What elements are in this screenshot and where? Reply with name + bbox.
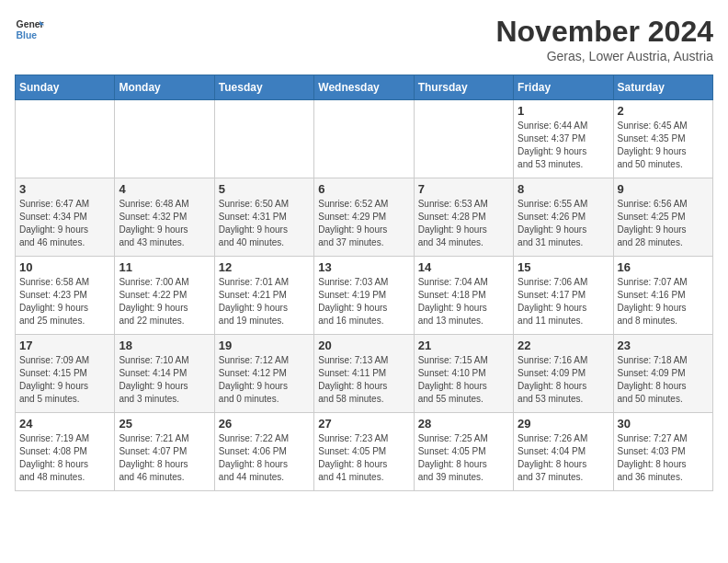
day-info: Sunrise: 6:44 AM Sunset: 4:37 PM Dayligh…: [518, 120, 609, 171]
calendar-cell: [214, 100, 313, 178]
weekday-row: SundayMondayTuesdayWednesdayThursdayFrid…: [16, 75, 713, 100]
weekday-header: Monday: [115, 75, 214, 100]
day-number: 15: [518, 260, 609, 274]
logo: General Blue General Blue: [15, 15, 44, 44]
calendar-cell: 16Sunrise: 7:07 AM Sunset: 4:16 PM Dayli…: [613, 257, 712, 335]
calendar-cell: 2Sunrise: 6:45 AM Sunset: 4:35 PM Daylig…: [613, 100, 712, 178]
day-number: 29: [518, 417, 609, 431]
day-number: 16: [618, 260, 709, 274]
day-info: Sunrise: 6:58 AM Sunset: 4:23 PM Dayligh…: [19, 276, 110, 327]
calendar-cell: 7Sunrise: 6:53 AM Sunset: 4:28 PM Daylig…: [414, 178, 513, 257]
day-info: Sunrise: 6:45 AM Sunset: 4:35 PM Dayligh…: [618, 120, 709, 171]
calendar-cell: 17Sunrise: 7:09 AM Sunset: 4:15 PM Dayli…: [16, 335, 115, 413]
day-number: 21: [418, 339, 509, 352]
day-info: Sunrise: 7:21 AM Sunset: 4:07 PM Dayligh…: [119, 432, 210, 484]
calendar-cell: 3Sunrise: 6:47 AM Sunset: 4:34 PM Daylig…: [16, 178, 115, 257]
day-number: 25: [119, 417, 210, 431]
calendar-cell: 14Sunrise: 7:04 AM Sunset: 4:18 PM Dayli…: [414, 257, 513, 335]
calendar-cell: 22Sunrise: 7:16 AM Sunset: 4:09 PM Dayli…: [514, 335, 613, 413]
day-number: 10: [19, 260, 110, 274]
month-title: November 2024: [495, 15, 713, 49]
calendar-cell: [16, 100, 115, 178]
calendar-cell: 20Sunrise: 7:13 AM Sunset: 4:11 PM Dayli…: [314, 335, 414, 413]
day-number: 23: [618, 339, 709, 352]
location-title: Geras, Lower Austria, Austria: [495, 49, 713, 63]
calendar-cell: 25Sunrise: 7:21 AM Sunset: 4:07 PM Dayli…: [115, 413, 214, 491]
day-number: 6: [318, 182, 409, 196]
weekday-header: Wednesday: [314, 75, 414, 100]
day-info: Sunrise: 6:53 AM Sunset: 4:28 PM Dayligh…: [418, 198, 509, 249]
day-info: Sunrise: 7:16 AM Sunset: 4:09 PM Dayligh…: [518, 354, 609, 406]
calendar-week-row: 24Sunrise: 7:19 AM Sunset: 4:08 PM Dayli…: [16, 413, 713, 491]
calendar-cell: 6Sunrise: 6:52 AM Sunset: 4:29 PM Daylig…: [314, 178, 414, 257]
day-number: 3: [19, 182, 110, 196]
day-number: 24: [19, 417, 110, 431]
svg-text:Blue: Blue: [17, 30, 38, 40]
calendar-cell: 15Sunrise: 7:06 AM Sunset: 4:17 PM Dayli…: [514, 257, 613, 335]
day-info: Sunrise: 7:06 AM Sunset: 4:17 PM Dayligh…: [518, 276, 609, 327]
day-number: 27: [318, 417, 409, 431]
day-info: Sunrise: 6:52 AM Sunset: 4:29 PM Dayligh…: [318, 198, 409, 249]
calendar-week-row: 1Sunrise: 6:44 AM Sunset: 4:37 PM Daylig…: [16, 100, 713, 178]
calendar-table: SundayMondayTuesdayWednesdayThursdayFrid…: [15, 75, 713, 491]
day-info: Sunrise: 7:09 AM Sunset: 4:15 PM Dayligh…: [19, 354, 110, 406]
calendar-cell: 21Sunrise: 7:15 AM Sunset: 4:10 PM Dayli…: [414, 335, 513, 413]
day-number: 9: [618, 182, 709, 196]
day-number: 18: [119, 339, 210, 352]
day-number: 8: [518, 182, 609, 196]
logo-icon: General Blue: [15, 15, 44, 44]
weekday-header: Sunday: [16, 75, 115, 100]
calendar-cell: 18Sunrise: 7:10 AM Sunset: 4:14 PM Dayli…: [115, 335, 214, 413]
calendar-cell: 4Sunrise: 6:48 AM Sunset: 4:32 PM Daylig…: [115, 178, 214, 257]
calendar-cell: 27Sunrise: 7:23 AM Sunset: 4:05 PM Dayli…: [314, 413, 414, 491]
day-info: Sunrise: 7:15 AM Sunset: 4:10 PM Dayligh…: [418, 354, 509, 406]
day-number: 4: [119, 182, 210, 196]
day-number: 28: [418, 417, 509, 431]
day-number: 26: [219, 417, 310, 431]
calendar-cell: 30Sunrise: 7:27 AM Sunset: 4:03 PM Dayli…: [613, 413, 712, 491]
day-number: 17: [19, 339, 110, 352]
weekday-header: Saturday: [613, 75, 712, 100]
calendar-cell: 13Sunrise: 7:03 AM Sunset: 4:19 PM Dayli…: [314, 257, 414, 335]
day-info: Sunrise: 7:00 AM Sunset: 4:22 PM Dayligh…: [119, 276, 210, 327]
day-info: Sunrise: 7:12 AM Sunset: 4:12 PM Dayligh…: [219, 354, 310, 406]
day-info: Sunrise: 7:07 AM Sunset: 4:16 PM Dayligh…: [618, 276, 709, 327]
day-info: Sunrise: 6:48 AM Sunset: 4:32 PM Dayligh…: [119, 198, 210, 249]
day-info: Sunrise: 7:25 AM Sunset: 4:05 PM Dayligh…: [418, 432, 509, 484]
day-info: Sunrise: 7:10 AM Sunset: 4:14 PM Dayligh…: [119, 354, 210, 406]
calendar-week-row: 10Sunrise: 6:58 AM Sunset: 4:23 PM Dayli…: [16, 257, 713, 335]
calendar-cell: 26Sunrise: 7:22 AM Sunset: 4:06 PM Dayli…: [214, 413, 313, 491]
day-number: 14: [418, 260, 509, 274]
day-info: Sunrise: 6:47 AM Sunset: 4:34 PM Dayligh…: [19, 198, 110, 249]
day-info: Sunrise: 6:50 AM Sunset: 4:31 PM Dayligh…: [219, 198, 310, 249]
day-number: 12: [219, 260, 310, 274]
day-info: Sunrise: 6:55 AM Sunset: 4:26 PM Dayligh…: [518, 198, 609, 249]
calendar-cell: 28Sunrise: 7:25 AM Sunset: 4:05 PM Dayli…: [414, 413, 513, 491]
day-info: Sunrise: 7:04 AM Sunset: 4:18 PM Dayligh…: [418, 276, 509, 327]
calendar-cell: 11Sunrise: 7:00 AM Sunset: 4:22 PM Dayli…: [115, 257, 214, 335]
day-info: Sunrise: 7:13 AM Sunset: 4:11 PM Dayligh…: [318, 354, 409, 406]
day-number: 20: [318, 339, 409, 352]
day-info: Sunrise: 7:18 AM Sunset: 4:09 PM Dayligh…: [618, 354, 709, 406]
day-number: 2: [618, 104, 709, 118]
day-number: 7: [418, 182, 509, 196]
day-info: Sunrise: 7:23 AM Sunset: 4:05 PM Dayligh…: [318, 432, 409, 484]
calendar-cell: [314, 100, 414, 178]
calendar-cell: 1Sunrise: 6:44 AM Sunset: 4:37 PM Daylig…: [514, 100, 613, 178]
day-info: Sunrise: 7:26 AM Sunset: 4:04 PM Dayligh…: [518, 432, 609, 484]
title-area: November 2024 Geras, Lower Austria, Aust…: [495, 15, 713, 63]
calendar-week-row: 3Sunrise: 6:47 AM Sunset: 4:34 PM Daylig…: [16, 178, 713, 257]
calendar-cell: 23Sunrise: 7:18 AM Sunset: 4:09 PM Dayli…: [613, 335, 712, 413]
day-number: 19: [219, 339, 310, 352]
calendar-week-row: 17Sunrise: 7:09 AM Sunset: 4:15 PM Dayli…: [16, 335, 713, 413]
day-info: Sunrise: 7:27 AM Sunset: 4:03 PM Dayligh…: [618, 432, 709, 484]
calendar-cell: [115, 100, 214, 178]
day-number: 13: [318, 260, 409, 274]
calendar-cell: 24Sunrise: 7:19 AM Sunset: 4:08 PM Dayli…: [16, 413, 115, 491]
calendar-cell: 9Sunrise: 6:56 AM Sunset: 4:25 PM Daylig…: [613, 178, 712, 257]
day-number: 30: [618, 417, 709, 431]
day-info: Sunrise: 6:56 AM Sunset: 4:25 PM Dayligh…: [618, 198, 709, 249]
calendar-body: 1Sunrise: 6:44 AM Sunset: 4:37 PM Daylig…: [16, 100, 713, 491]
calendar-cell: 29Sunrise: 7:26 AM Sunset: 4:04 PM Dayli…: [514, 413, 613, 491]
weekday-header: Tuesday: [214, 75, 313, 100]
